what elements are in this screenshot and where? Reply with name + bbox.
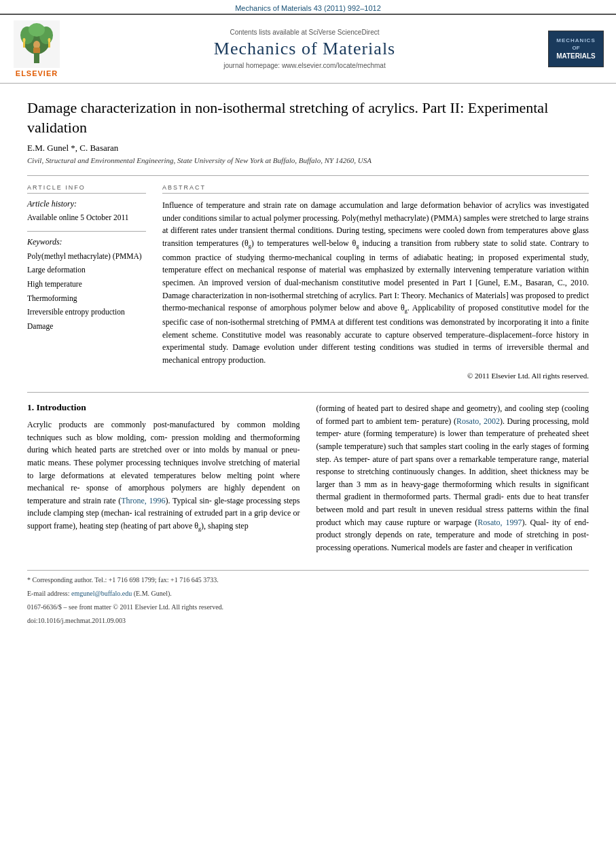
- body-right-col: (forming of heated part to desired shape…: [316, 402, 590, 559]
- header-center: Contents lists available at SciVerse Sci…: [71, 29, 539, 69]
- article-title: Damage characterization in non-isotherma…: [27, 99, 589, 137]
- keyword-4: Thermoforming: [27, 291, 146, 306]
- article-info-col: ARTICLE INFO Article history: Available …: [27, 184, 146, 380]
- section-divider: [27, 392, 589, 393]
- abstract-col: ABSTRACT Influence of temperature and st…: [162, 184, 589, 380]
- article-history-section: Article history: Available online 5 Octo…: [27, 199, 146, 223]
- article-info-header: ARTICLE INFO: [27, 184, 146, 194]
- article-keywords-label: Keywords:: [27, 237, 146, 247]
- article-info-abstract-row: ARTICLE INFO Article history: Available …: [27, 175, 589, 380]
- intro-right-text: (forming of heated part to desired shape…: [316, 402, 590, 554]
- ref-rosato-1997-link[interactable]: Rosato, 1997: [477, 518, 522, 527]
- elsevier-tree-icon: [14, 20, 60, 68]
- article-keywords-list: Poly(methyl methacrylate) (PMMA) Large d…: [27, 249, 146, 334]
- footer-doi: doi:10.1016/j.mechmat.2011.09.003: [27, 615, 589, 626]
- body-two-col: 1. Introduction Acrylic products are com…: [27, 402, 589, 559]
- mm-bottom-text: MATERIALS: [553, 52, 599, 61]
- sciverse-line: Contents lists available at SciVerse Sci…: [71, 29, 539, 36]
- svg-point-11: [48, 38, 51, 42]
- content-area: Damage characterization in non-isotherma…: [0, 99, 616, 559]
- body-left-col: 1. Introduction Acrylic products are com…: [27, 402, 300, 559]
- footer-email: E-mail address: emgunel@buffalo.edu (E.M…: [27, 588, 589, 599]
- footer-email-link[interactable]: emgunel@buffalo.edu: [71, 590, 132, 597]
- elsevier-logo-area: ELSEVIER: [10, 20, 64, 77]
- footer-issn: 0167-6636/$ – see front matter © 2011 El…: [27, 602, 589, 613]
- footer-footnote-star: * Corresponding author. Tel.: +1 716 698…: [27, 575, 589, 586]
- article-available-online: Available online 5 October 2011: [27, 211, 146, 223]
- journal-title: Mechanics of Materials: [71, 39, 539, 59]
- mm-of-text: OF: [553, 44, 599, 52]
- keyword-1: Poly(methyl methacrylate) (PMMA): [27, 249, 146, 264]
- article-affiliation: Civil, Structural and Environmental Engi…: [27, 156, 589, 164]
- elsevier-text: ELSEVIER: [16, 69, 58, 77]
- article-history-label: Article history:: [27, 199, 146, 209]
- abstract-header: ABSTRACT: [162, 184, 589, 194]
- top-journal-text: Mechanics of Materials 43 (2011) 992–101…: [235, 4, 381, 12]
- top-journal-link: Mechanics of Materials 43 (2011) 992–101…: [0, 0, 616, 14]
- intro-left-text: Acrylic products are commonly post-manuf…: [27, 418, 300, 534]
- page-footer: * Corresponding author. Tel.: +1 716 698…: [27, 570, 589, 626]
- abstract-text: Influence of temperature and strain rate…: [162, 199, 589, 366]
- ref-rosato-2002-link[interactable]: Rosato, 2002: [456, 416, 500, 426]
- mm-box: MECHANICS OF MATERIALS: [548, 31, 604, 67]
- keyword-6: Damage: [27, 319, 146, 334]
- keyword-5: Irreversible entropy production: [27, 305, 146, 319]
- keyword-3: High temperature: [27, 277, 146, 291]
- svg-point-5: [29, 23, 45, 37]
- mm-logo-area: MECHANICS OF MATERIALS: [545, 31, 606, 67]
- ref-throne-link[interactable]: Throne, 1996: [121, 496, 165, 505]
- svg-rect-7: [33, 48, 40, 53]
- article-keywords-section: Keywords: Poly(methyl methacrylate) (PMM…: [27, 237, 146, 334]
- intro-heading: 1. Introduction: [27, 402, 300, 413]
- svg-point-10: [23, 38, 26, 42]
- journal-homepage: journal homepage: www.elsevier.com/locat…: [71, 62, 539, 69]
- copyright-line: © 2011 Elsevier Ltd. All rights reserved…: [162, 372, 589, 380]
- article-authors: E.M. Gunel *, C. Basaran: [27, 143, 589, 154]
- mm-top-text: MECHANICS: [553, 37, 599, 44]
- keyword-2: Large deformation: [27, 263, 146, 277]
- journal-header: ELSEVIER Contents lists available at Sci…: [0, 14, 616, 84]
